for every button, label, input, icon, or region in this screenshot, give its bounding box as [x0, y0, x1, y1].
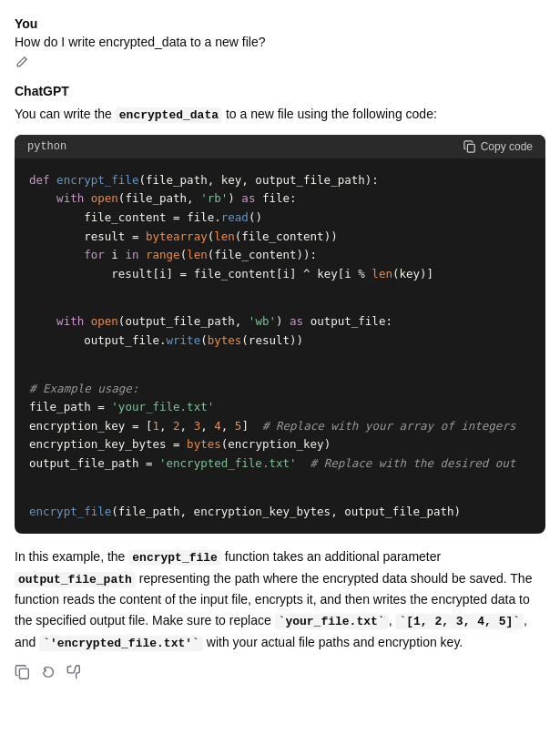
copy-code-label: Copy code — [481, 140, 533, 153]
after-code-4: `[1, 2, 3, 4, 5]` — [395, 614, 524, 629]
conversation: You How do I write encrypted_data to a n… — [0, 0, 560, 697]
intro-text-prefix: You can write the — [15, 107, 116, 121]
after-text-2: function takes an additional parameter — [221, 549, 441, 564]
intro-text-suffix: to a new file using the following code: — [222, 107, 437, 121]
code-header: python Copy code — [15, 135, 545, 158]
user-question: How do I write encrypted_data to a new f… — [15, 35, 545, 49]
code-language-label: python — [27, 140, 66, 153]
assistant-name: ChatGPT — [15, 84, 545, 98]
after-code-1: encrypt_file — [128, 550, 221, 566]
edit-icon[interactable] — [15, 55, 29, 69]
after-code-5: `'encrypted_file.txt'` — [39, 636, 203, 651]
svg-rect-1 — [19, 668, 28, 678]
after-code-2: output_file_path — [15, 572, 136, 587]
assistant-intro-text: You can write the encrypted_data to a ne… — [15, 104, 545, 126]
code-block: python Copy code def encrypt_file(file_p… — [15, 135, 545, 534]
copy-code-button[interactable]: Copy code — [463, 140, 533, 153]
intro-code: encrypted_data — [116, 107, 222, 123]
after-code-3: `your_file.txt` — [275, 614, 389, 629]
copy-icon — [463, 140, 476, 153]
after-text-6: with your actual file paths and encrypti… — [203, 635, 463, 649]
user-name: You — [15, 16, 545, 31]
code-content: def encrypt_file(file_path, key, output_… — [15, 158, 545, 534]
after-code-text: In this example, the encrypt_file functi… — [15, 546, 545, 653]
code-pre: def encrypt_file(file_path, key, output_… — [29, 171, 531, 521]
copy-response-icon[interactable] — [15, 664, 31, 680]
regenerate-icon[interactable] — [40, 664, 56, 680]
svg-rect-0 — [467, 144, 474, 152]
thumbs-down-icon[interactable] — [66, 664, 82, 680]
feedback-row — [15, 664, 545, 680]
assistant-block: ChatGPT You can write the encrypted_data… — [0, 75, 560, 689]
user-block: You How do I write encrypted_data to a n… — [0, 7, 560, 75]
after-text-1: In this example, the — [15, 549, 128, 564]
edit-icon-wrap — [15, 55, 545, 69]
